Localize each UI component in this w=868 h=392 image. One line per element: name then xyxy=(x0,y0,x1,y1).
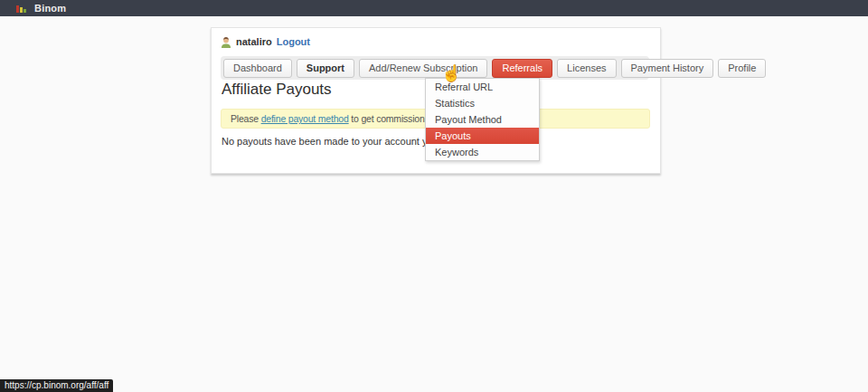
nav-toolbar: Dashboard Support Add/Renew Subscription… xyxy=(221,56,649,80)
menu-item-keywords[interactable]: Keywords xyxy=(426,144,539,160)
referrals-dropdown-menu: Referral URL Statistics Payout Method Pa… xyxy=(425,78,540,161)
menu-item-payouts[interactable]: Payouts xyxy=(426,128,539,144)
nav-tab-licenses[interactable]: Licenses xyxy=(557,59,616,78)
alert-text-before: Please xyxy=(231,113,261,124)
user-row: nataliro Logout xyxy=(221,35,310,48)
status-url: https://cp.binom.org/aff/aff xyxy=(5,380,108,390)
define-payout-method-link[interactable]: define payout method xyxy=(261,113,349,124)
nav-tab-dashboard[interactable]: Dashboard xyxy=(223,59,292,78)
brand-name: Binom xyxy=(34,3,66,14)
nav-tab-profile[interactable]: Profile xyxy=(718,59,766,78)
nav-tab-add-renew-subscription[interactable]: Add/Renew Subscription xyxy=(359,59,487,78)
browser-status-bar: https://cp.binom.org/aff/aff xyxy=(0,379,113,392)
menu-item-referral-url[interactable]: Referral URL xyxy=(426,79,539,95)
menu-item-statistics[interactable]: Statistics xyxy=(426,95,539,111)
username: nataliro xyxy=(236,36,272,47)
nav-tab-payment-history[interactable]: Payment History xyxy=(621,59,714,78)
empty-state-message: No payouts have been made to your accoun… xyxy=(222,136,436,147)
menu-item-payout-method[interactable]: Payout Method xyxy=(426,111,539,128)
page-title: Affiliate Payouts xyxy=(222,81,332,99)
nav-tab-referrals[interactable]: Referrals xyxy=(492,59,552,78)
brand-bar-chart-icon xyxy=(16,5,26,13)
top-navigation-bar: Binom xyxy=(0,0,868,16)
user-avatar-icon xyxy=(221,36,231,48)
nav-tab-support[interactable]: Support xyxy=(297,59,354,78)
logout-link[interactable]: Logout xyxy=(277,36,310,47)
